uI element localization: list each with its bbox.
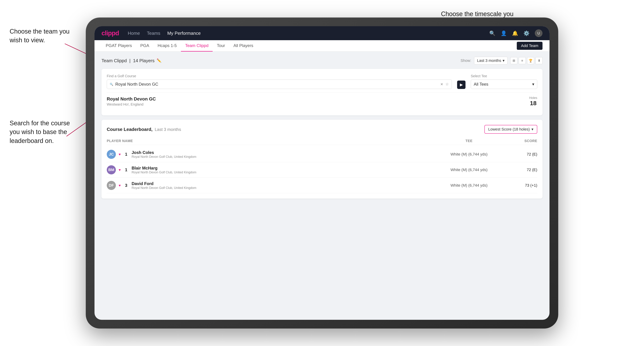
player-rank-3: 3: [124, 183, 129, 188]
find-course-label: Find a Golf Course: [107, 74, 452, 78]
player-score-2: 72 (E): [502, 168, 537, 172]
course-location: Westward Ho!, England: [107, 102, 156, 106]
grid-view-button[interactable]: ⊞: [510, 57, 517, 64]
nav-my-performance[interactable]: My Performance: [167, 30, 201, 36]
nav-teams[interactable]: Teams: [147, 30, 160, 36]
edit-icon[interactable]: ✏️: [156, 58, 161, 63]
search-icon[interactable]: 🔍: [489, 30, 496, 36]
search-go-button[interactable]: ▶: [457, 81, 466, 89]
player-details-1: Josh Coles Royal North Devon Golf Club, …: [132, 150, 196, 159]
col-player-name: PLAYER NAME: [107, 139, 436, 143]
score-dropdown[interactable]: Lowest Score (18 holes) ▾: [484, 125, 537, 134]
player-name-2: Blair McHarg: [132, 166, 196, 171]
clear-icon[interactable]: ✕: [440, 82, 443, 86]
search-row: Find a Golf Course 🔍 ✕ ☆ ▶ Select Tee Al…: [107, 74, 537, 89]
annotation-choose-team: Choose the team you wish to view.: [10, 27, 70, 45]
trophy-icon[interactable]: 🏆: [527, 57, 534, 64]
leaderboard-title: Course Leaderboard,: [107, 127, 152, 132]
star-icon[interactable]: ☆: [446, 82, 449, 86]
download-icon[interactable]: ⬇: [536, 57, 542, 64]
bell-icon[interactable]: 🔔: [512, 30, 518, 36]
search-input-wrap: 🔍 ✕ ☆: [107, 79, 452, 89]
subnav-team-clippd[interactable]: Team Clippd: [181, 40, 212, 51]
player-name-1: Josh Coles: [132, 150, 196, 155]
holes-label: Holes: [529, 96, 537, 100]
show-dropdown[interactable]: Last 3 months ▾: [474, 57, 508, 64]
col-score: SCORE: [502, 139, 537, 143]
tee-dropdown[interactable]: All Tees ▾: [471, 79, 537, 89]
course-name: Royal North Devon GC: [107, 96, 156, 102]
nav-links: Home Teams My Performance: [128, 30, 201, 36]
tablet-shell: clippd Home Teams My Performance 🔍 👤 🔔 ⚙…: [86, 17, 558, 329]
player-col-2: BM ♥ 1 Blair McHarg Royal North Devon Go…: [107, 165, 436, 174]
course-info: Royal North Devon GC Westward Ho!, Engla…: [107, 96, 156, 106]
player-tee-3: White (M) (6,744 yds): [436, 183, 502, 188]
leaderboard-period: Last 3 months: [155, 127, 181, 132]
player-club-1: Royal North Devon Golf Club, United King…: [132, 155, 196, 159]
subnav-hcaps[interactable]: Hcaps 1-5: [154, 40, 181, 51]
subnav-pga[interactable]: PGA: [136, 40, 154, 51]
player-row: JC ♥ 1 Josh Coles Royal North Devon Golf…: [107, 147, 537, 162]
player-club-3: Royal North Devon Golf Club, United King…: [132, 186, 196, 190]
leaderboard-header: Course Leaderboard, Last 3 months Lowest…: [107, 125, 537, 134]
leaderboard-columns: PLAYER NAME TEE SCORE: [107, 137, 537, 145]
player-col-3: DF ♥ 3 David Ford Royal North Devon Golf…: [107, 181, 436, 190]
sub-nav: PGAT Players PGA Hcaps 1-5 Team Clippd T…: [94, 40, 550, 51]
show-label: Show:: [460, 58, 471, 63]
select-tee-label: Select Tee: [471, 74, 537, 78]
top-nav: clippd Home Teams My Performance 🔍 👤 🔔 ⚙…: [94, 26, 550, 40]
team-header: Team Clippd | 14 Players ✏️ Show: Last 3…: [102, 57, 542, 64]
player-details-3: David Ford Royal North Devon Golf Club, …: [132, 181, 196, 190]
subnav-pgat[interactable]: PGAT Players: [102, 40, 136, 51]
player-heart-2[interactable]: ♥: [119, 168, 121, 172]
player-col-1: JC ♥ 1 Josh Coles Royal North Devon Golf…: [107, 150, 436, 159]
player-avatar-3: DF: [107, 181, 116, 190]
subnav-tour[interactable]: Tour: [212, 40, 229, 51]
holes-number: 18: [529, 100, 537, 107]
course-search-input[interactable]: [115, 82, 438, 87]
people-icon[interactable]: 👤: [501, 30, 507, 36]
view-icons: ⊞ ≡ 🏆 ⬇: [510, 57, 542, 64]
show-controls: Show: Last 3 months ▾ ⊞ ≡ 🏆 ⬇: [460, 57, 542, 64]
search-section: Find a Golf Course 🔍 ✕ ☆ ▶ Select Tee Al…: [102, 69, 542, 115]
col-tee: TEE: [436, 139, 502, 143]
team-title: Team Clippd | 14 Players: [102, 58, 154, 63]
nav-home[interactable]: Home: [128, 30, 140, 36]
player-tee-2: White (M) (6,744 yds): [436, 168, 502, 172]
player-avatar-1: JC: [107, 150, 116, 159]
tee-group: Select Tee All Tees ▾: [471, 74, 537, 89]
player-row-3: DF ♥ 3 David Ford Royal North Devon Golf…: [107, 178, 537, 193]
subnav-all-players[interactable]: All Players: [229, 40, 258, 51]
player-name-3: David Ford: [132, 181, 196, 186]
find-course-group: Find a Golf Course 🔍 ✕ ☆: [107, 74, 452, 89]
player-tee-1: White (M) (6,744 yds): [436, 152, 502, 157]
add-team-button[interactable]: Add Team: [517, 42, 542, 50]
main-content: Team Clippd | 14 Players ✏️ Show: Last 3…: [94, 51, 550, 204]
search-icon: 🔍: [110, 83, 113, 86]
player-rank-2: 1: [124, 168, 129, 172]
avatar[interactable]: U: [535, 29, 542, 37]
player-details-2: Blair McHarg Royal North Devon Golf Club…: [132, 166, 196, 174]
player-heart-3[interactable]: ♥: [119, 183, 121, 187]
leaderboard-title-wrap: Course Leaderboard, Last 3 months: [107, 127, 181, 132]
player-rank-1: 1: [124, 152, 129, 157]
list-view-button[interactable]: ≡: [519, 57, 526, 64]
tablet-screen: clippd Home Teams My Performance 🔍 👤 🔔 ⚙…: [94, 26, 550, 320]
settings-icon[interactable]: ⚙️: [524, 30, 530, 36]
player-avatar-2: BM: [107, 165, 116, 174]
chevron-down-icon: ▾: [502, 58, 504, 63]
player-club-2: Royal North Devon Golf Club, United King…: [132, 171, 196, 174]
course-result: Royal North Devon GC Westward Ho!, Engla…: [107, 92, 537, 110]
chevron-down-icon: ▾: [532, 82, 534, 87]
nav-right: 🔍 👤 🔔 ⚙️ U: [489, 29, 542, 37]
annotation-search-course: Search for the course you wish to base t…: [10, 119, 70, 145]
chevron-down-icon: ▾: [532, 127, 534, 132]
holes-badge: Holes 18: [529, 96, 537, 107]
player-heart-1[interactable]: ♥: [119, 152, 121, 156]
leaderboard-section: Course Leaderboard, Last 3 months Lowest…: [102, 120, 542, 198]
player-score-3: 73 (+1): [502, 183, 537, 188]
player-row-2: BM ♥ 1 Blair McHarg Royal North Devon Go…: [107, 162, 537, 178]
player-score-1: 72 (E): [502, 152, 537, 157]
logo: clippd: [102, 29, 119, 37]
